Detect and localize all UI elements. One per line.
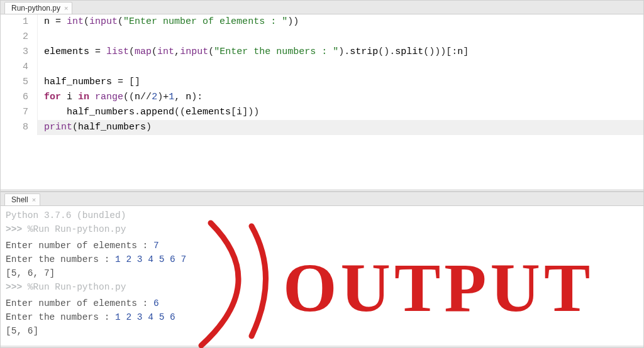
shell-command: %Run Run-python.py <box>28 282 126 292</box>
shell-tabbar: Shell × <box>1 192 643 205</box>
line-number: 2 <box>1 30 37 45</box>
shell-line: Enter number of elements : 7 <box>6 239 638 253</box>
shell-line: Enter number of elements : 6 <box>6 296 638 310</box>
line-number: 1 <box>1 14 37 30</box>
line-number: 3 <box>1 45 37 60</box>
shell-tab[interactable]: Shell × <box>4 193 40 205</box>
code-content: half_numbers.append((elements[i])) <box>37 105 643 120</box>
code-content: n = int(input("Enter number of elements … <box>37 14 643 30</box>
shell-line: [5, 6] <box>6 324 638 338</box>
code-line: 6for i in range((n//2)+1, n): <box>1 90 643 105</box>
shell-prompt: >>> <box>6 224 28 234</box>
line-number: 8 <box>1 120 37 135</box>
code-line: 3elements = list(map(int,input("Enter th… <box>1 45 643 60</box>
code-editor[interactable]: 1n = int(input("Enter number of elements… <box>1 14 643 189</box>
code-content: print(half_numbers) <box>37 120 643 135</box>
code-line: 2 <box>1 30 643 45</box>
code-content: for i in range((n//2)+1, n): <box>37 90 643 105</box>
shell-line: Enter the numbers : 1 2 3 4 5 6 <box>6 310 638 324</box>
code-line: 8print(half_numbers) <box>1 120 643 135</box>
shell-prompt: >>> <box>6 282 28 292</box>
shell-command: %Run Run-python.py <box>28 224 126 234</box>
code-content <box>37 30 643 45</box>
shell-line: [5, 6, 7] <box>6 266 638 280</box>
code-content: half_numbers = [] <box>37 75 643 90</box>
editor-tab[interactable]: Run-python.py × <box>4 2 72 14</box>
close-icon[interactable]: × <box>32 196 36 204</box>
shell-line: Enter the numbers : 1 2 3 4 5 6 7 <box>6 253 638 266</box>
line-number: 4 <box>1 60 37 75</box>
shell-header: Python 3.7.6 (bundled) <box>6 209 638 222</box>
line-number: 6 <box>1 90 37 105</box>
code-line: 4 <box>1 60 643 75</box>
shell-output[interactable]: Python 3.7.6 (bundled)>>> %Run Run-pytho… <box>1 205 643 345</box>
code-line: 7 half_numbers.append((elements[i])) <box>1 105 643 120</box>
close-icon[interactable]: × <box>64 4 68 12</box>
shell-panel: Shell × Python 3.7.6 (bundled)>>> %Run R… <box>0 192 644 348</box>
shell-block: >>> %Run Run-python.py <box>6 280 638 294</box>
shell-tab-label: Shell <box>11 195 28 204</box>
line-number: 5 <box>1 75 37 90</box>
editor-tab-label: Run-python.py <box>11 4 60 13</box>
shell-block: >>> %Run Run-python.py <box>6 222 638 236</box>
editor-tabbar: Run-python.py × <box>1 1 643 14</box>
code-line: 1n = int(input("Enter number of elements… <box>1 14 643 30</box>
code-line: 5half_numbers = [] <box>1 75 643 90</box>
code-content <box>37 60 643 75</box>
line-number: 7 <box>1 105 37 120</box>
editor-panel: Run-python.py × 1n = int(input("Enter nu… <box>0 0 644 192</box>
code-content: elements = list(map(int,input("Enter the… <box>37 45 643 60</box>
